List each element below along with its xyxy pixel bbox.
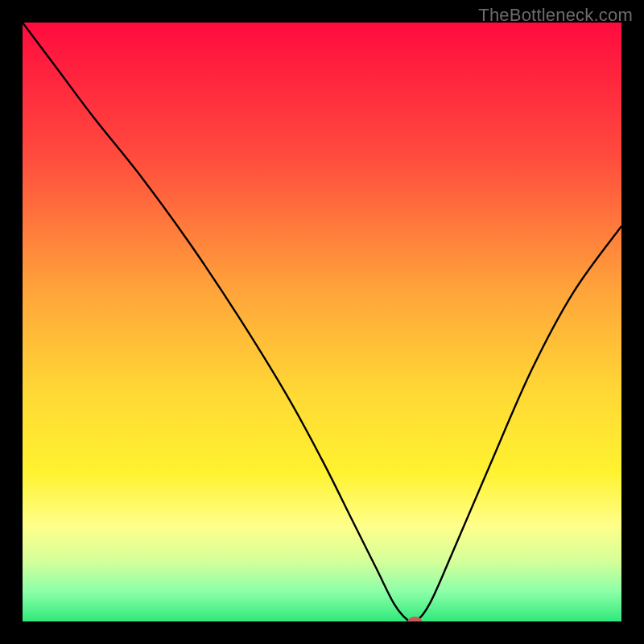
watermark-text: TheBottleneck.com [478,5,633,26]
chart-svg [23,23,621,621]
chart-background [23,23,621,621]
chart-plot-area [23,23,621,621]
